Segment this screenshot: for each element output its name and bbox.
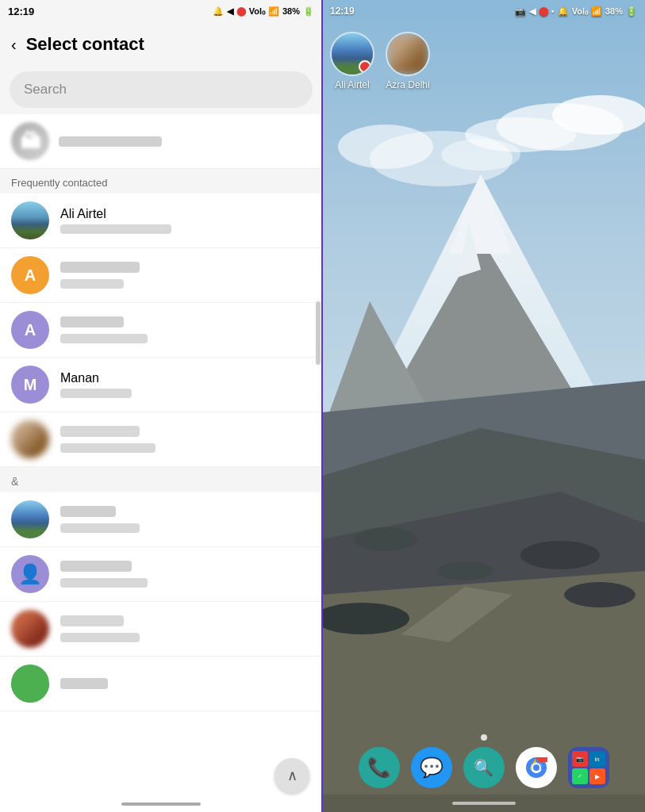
contact-name: Manan	[60, 371, 311, 385]
contact-item[interactable]	[0, 492, 322, 547]
contact-item[interactable]: 👤	[0, 547, 322, 602]
bottom-bar-left	[0, 796, 322, 812]
contact-sub	[60, 389, 132, 398]
bottom-indicator	[121, 802, 201, 806]
back-button[interactable]: ‹	[11, 36, 17, 54]
contact-name-blurred	[60, 561, 132, 572]
svg-point-25	[533, 764, 539, 771]
time-right: 12:19	[330, 6, 355, 17]
svg-point-17	[520, 541, 600, 569]
recent-contact-ali[interactable]: Ali Airtel	[330, 32, 374, 90]
recent-contact-name: Ali Airtel	[335, 79, 369, 90]
recent-avatar-ali	[330, 32, 374, 76]
contact-item[interactable]: Ali Airtel	[0, 193, 322, 248]
svg-point-18	[437, 561, 493, 580]
social-icon-3: ✓	[572, 768, 588, 784]
recent-contact-name: Azra Delhi	[386, 79, 429, 90]
contact-avatar-a2: A	[11, 311, 49, 349]
svg-point-19	[564, 582, 635, 607]
contact-sub	[60, 578, 148, 588]
frequently-contacted-label: Frequently contacted	[0, 169, 322, 193]
contact-item[interactable]: A	[0, 303, 322, 358]
page-title: Select contact	[26, 34, 144, 55]
contacts-list: Ali Airtel A A M Manan	[0, 193, 322, 796]
contact-avatar-blurred	[11, 420, 49, 458]
contact-item[interactable]	[0, 412, 322, 467]
contact-name-blurred	[60, 316, 124, 327]
recent-avatar-azra	[386, 32, 430, 76]
recent-contact-azra[interactable]: Azra Delhi	[386, 32, 430, 90]
dock-chrome-icon[interactable]	[516, 747, 557, 788]
status-icons-left: 🔔 ◀ ⬤ Vol₀ 📶 38% 🔋	[213, 6, 314, 17]
svg-point-16	[354, 527, 417, 551]
contact-info	[60, 316, 311, 343]
scroll-up-button[interactable]: ∧	[275, 758, 309, 793]
search-bar[interactable]: Search	[10, 71, 313, 108]
contact-name-blurred	[60, 426, 140, 437]
bottom-bar-right	[322, 795, 645, 812]
contact-info	[60, 615, 311, 642]
time-left: 12:19	[8, 6, 34, 17]
svg-point-6	[441, 139, 520, 170]
contact-avatar-mountain2	[11, 500, 49, 538]
status-bar-right: 12:19 📷 ◀ ⬤ • 🔔 Vol₀ 📶 38% 🔋	[322, 0, 645, 22]
contact-name: Ali Airtel	[60, 207, 311, 221]
contact-item[interactable]	[0, 657, 322, 711]
contact-avatar-person: 👤	[11, 555, 49, 593]
contact-sub	[60, 334, 148, 343]
header: ‹ Select contact	[0, 22, 322, 67]
right-panel: 12:19 📷 ◀ ⬤ • 🔔 Vol₀ 📶 38% 🔋 Ali Airtel	[322, 0, 645, 812]
social-icon-4: ▶	[589, 768, 605, 784]
contact-avatar-ali	[11, 201, 49, 239]
contact-item[interactable]	[0, 602, 322, 657]
contact-info: Manan	[60, 371, 311, 398]
contact-info	[60, 506, 311, 533]
scroll-indicator	[316, 301, 321, 365]
dock-search-icon[interactable]: 🔍	[463, 747, 505, 788]
dock-social-grid[interactable]: 📷 in ✓ ▶	[568, 747, 609, 788]
contact-avatar-manan: M	[11, 366, 49, 404]
bottom-indicator-right	[452, 802, 516, 805]
partial-phone	[59, 136, 162, 147]
contact-avatar-green	[11, 665, 49, 703]
dock-messages-icon[interactable]: 💬	[411, 747, 452, 788]
contact-info	[60, 678, 311, 689]
partial-contact[interactable]	[0, 114, 322, 169]
avatar-photo-blurred	[387, 33, 428, 75]
contact-sub	[60, 523, 140, 533]
mountain-illustration	[322, 0, 645, 812]
contact-info	[60, 561, 311, 588]
contact-item[interactable]: A	[0, 248, 322, 303]
contact-sub	[60, 224, 171, 234]
contact-name-blurred	[60, 615, 124, 626]
contact-avatar-face	[11, 610, 49, 648]
contact-sub	[60, 443, 155, 453]
recent-contacts: Ali Airtel Azra Delhi	[330, 32, 430, 90]
left-panel: 12:19 🔔 ◀ ⬤ Vol₀ 📶 38% 🔋 ‹ Select contac…	[0, 0, 322, 812]
partial-avatar	[11, 122, 49, 160]
dock-phone-icon[interactable]: 📞	[359, 747, 400, 788]
page-indicator	[481, 734, 487, 741]
contact-sub	[60, 633, 140, 642]
contact-avatar-a1: A	[11, 256, 49, 294]
search-placeholder: Search	[24, 82, 67, 98]
social-icon-2: in	[589, 751, 605, 767]
status-bar-left: 12:19 🔔 ◀ ⬤ Vol₀ 📶 38% 🔋	[0, 0, 322, 22]
contact-info: Ali Airtel	[60, 207, 311, 234]
panel-divider	[321, 0, 323, 812]
contact-sub	[60, 279, 124, 289]
app-dock: 📞 💬 🔍 📷 in ✓ ▶	[322, 747, 645, 788]
svg-point-5	[338, 124, 433, 169]
contact-info	[60, 262, 311, 289]
contact-item[interactable]: M Manan	[0, 358, 322, 412]
notification-badge	[359, 60, 371, 73]
social-icon-1: 📷	[572, 751, 588, 767]
contact-name-blurred	[60, 506, 116, 517]
status-icons-right: 📷 ◀ ⬤ • 🔔 Vol₀ 📶 38% 🔋	[515, 6, 637, 17]
chrome-logo	[524, 755, 549, 780]
contact-name-blurred	[60, 678, 108, 689]
contact-info	[60, 426, 311, 453]
contact-name-blurred	[60, 262, 140, 273]
amp-section-label: &	[0, 467, 322, 492]
